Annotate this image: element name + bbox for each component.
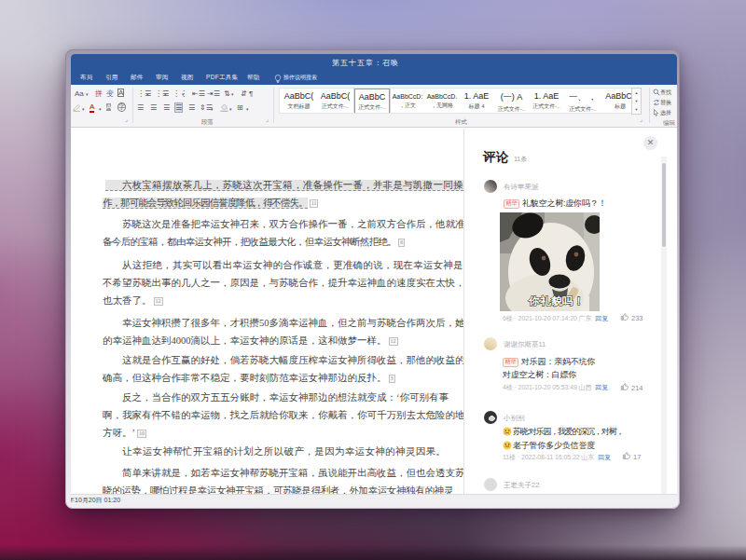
- svg-text:你礼貌吗！: 你礼貌吗！: [528, 295, 585, 307]
